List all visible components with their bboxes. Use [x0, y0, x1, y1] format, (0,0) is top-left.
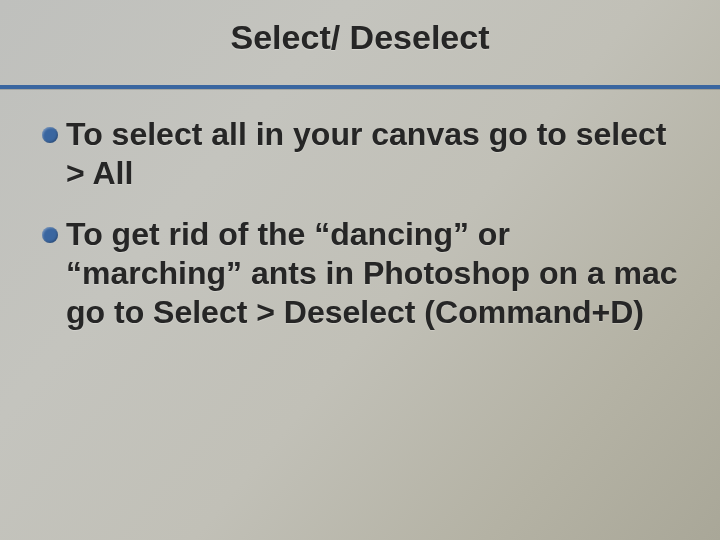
- bullet-icon: [42, 227, 58, 243]
- bullet-text: To select all in your canvas go to selec…: [66, 115, 678, 193]
- slide: Select/ Deselect To select all in your c…: [0, 0, 720, 540]
- slide-title: Select/ Deselect: [0, 0, 720, 67]
- list-item: To select all in your canvas go to selec…: [42, 115, 678, 193]
- slide-body: To select all in your canvas go to selec…: [0, 89, 720, 374]
- list-item: To get rid of the “dancing” or “marching…: [42, 215, 678, 332]
- bullet-icon: [42, 127, 58, 143]
- bullet-text: To get rid of the “dancing” or “marching…: [66, 215, 678, 332]
